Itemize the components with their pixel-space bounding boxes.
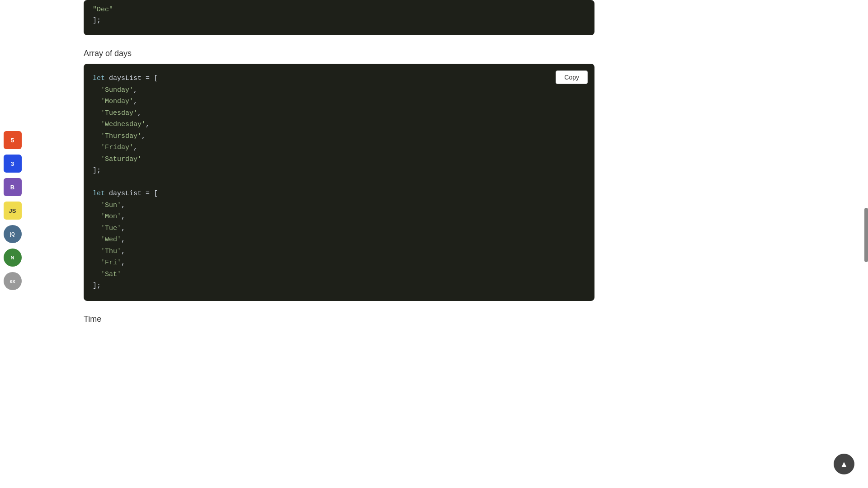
sidebar: 5 3 B JS jQ N ex xyxy=(0,0,25,488)
copy-button[interactable]: Copy xyxy=(556,70,588,84)
nodejs-icon[interactable]: N xyxy=(4,249,22,267)
javascript-icon-label: JS xyxy=(9,207,16,214)
prev-code-block: "Dec" ]; xyxy=(84,0,594,35)
jquery-icon[interactable]: jQ xyxy=(4,225,22,243)
days-code-block: Copy let daysList = [ 'Sunday', 'Monday'… xyxy=(84,64,594,301)
bootstrap-icon[interactable]: B xyxy=(4,178,22,196)
html5-icon[interactable]: 5 xyxy=(4,131,22,149)
html5-icon-label: 5 xyxy=(11,137,14,144)
scroll-top-button[interactable]: ▲ xyxy=(834,454,854,474)
prev-code-content: "Dec" ]; xyxy=(93,5,585,26)
array-days-section-title: Array of days xyxy=(84,49,868,58)
scrollbar-indicator[interactable] xyxy=(864,208,868,262)
express-icon[interactable]: ex xyxy=(4,272,22,290)
main-content: "Dec" ]; Array of days Copy let daysList… xyxy=(25,0,868,488)
jquery-icon-label: jQ xyxy=(10,232,15,237)
css3-icon-label: 3 xyxy=(11,160,14,167)
time-section-title: Time xyxy=(84,314,868,324)
days-code-content: let daysList = [ 'Sunday', 'Monday', 'Tu… xyxy=(93,73,585,292)
express-icon-label: ex xyxy=(9,278,15,284)
bootstrap-icon-label: B xyxy=(10,184,14,191)
nodejs-icon-label: N xyxy=(11,255,14,260)
javascript-icon[interactable]: JS xyxy=(4,202,22,220)
css3-icon[interactable]: 3 xyxy=(4,155,22,173)
